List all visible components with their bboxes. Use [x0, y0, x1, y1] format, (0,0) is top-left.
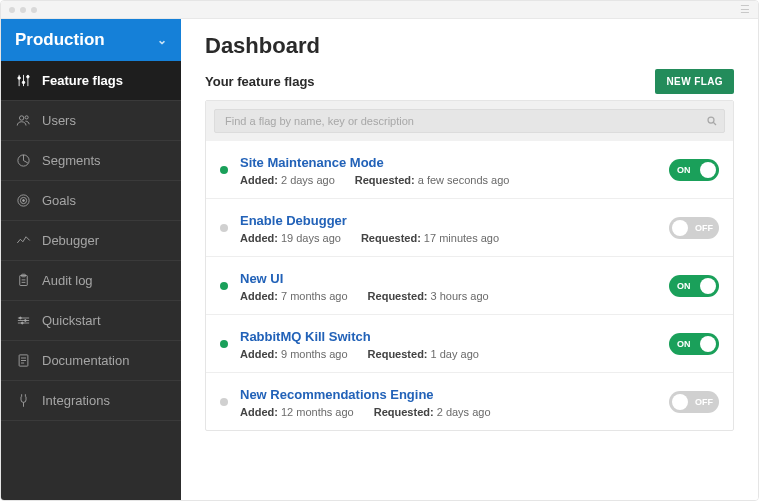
sidebar-item-label: Integrations [42, 393, 110, 408]
sidebar-item-label: Goals [42, 193, 76, 208]
added-label: Added: [240, 290, 278, 302]
flag-toggle[interactable]: ON [669, 275, 719, 297]
svg-point-4 [22, 81, 25, 84]
window-controls[interactable] [9, 7, 37, 13]
flag-row: Enable DebuggerAdded: 19 days agoRequest… [206, 198, 733, 256]
flag-list: Site Maintenance ModeAdded: 2 days agoRe… [206, 141, 733, 430]
route-icon [15, 313, 31, 329]
sidebar-item-label: Documentation [42, 353, 129, 368]
users-icon [15, 113, 31, 129]
chevron-down-icon: ⌄ [157, 33, 167, 47]
pie-icon [15, 153, 31, 169]
search-row [206, 101, 733, 141]
flag-meta: Added: 7 months agoRequested: 3 hours ag… [240, 290, 657, 302]
toggle-knob [700, 162, 716, 178]
toggle-label: ON [677, 339, 691, 349]
svg-point-19 [19, 317, 21, 319]
requested-value: 2 days ago [437, 406, 491, 418]
flag-meta: Added: 19 days agoRequested: 17 minutes … [240, 232, 657, 244]
added-label: Added: [240, 406, 278, 418]
sidebar-item-label: Segments [42, 153, 101, 168]
sidebar-item-feature-flags[interactable]: Feature flags [1, 61, 181, 101]
sub-header: Your feature flags NEW FLAG [181, 69, 758, 100]
sidebar-item-audit-log[interactable]: Audit log [1, 261, 181, 301]
flag-toggle[interactable]: OFF [669, 217, 719, 239]
plug-icon [15, 393, 31, 409]
added-value: 7 months ago [281, 290, 348, 302]
requested-label: Requested: [361, 232, 421, 244]
sidebar-item-debugger[interactable]: Debugger [1, 221, 181, 261]
sidebar-item-quickstart[interactable]: Quickstart [1, 301, 181, 341]
added-value: 2 days ago [281, 174, 335, 186]
page-title: Dashboard [181, 19, 758, 69]
requested-value: 3 hours ago [431, 290, 489, 302]
sidebar-item-goals[interactable]: Goals [1, 181, 181, 221]
flag-row: RabbitMQ Kill SwitchAdded: 9 months agoR… [206, 314, 733, 372]
flag-toggle[interactable]: ON [669, 333, 719, 355]
svg-point-20 [24, 320, 26, 322]
sidebar: Production ⌄ Feature flagsUsersSegmentsG… [1, 19, 181, 500]
status-dot [220, 398, 228, 406]
sliders-icon [15, 73, 31, 89]
flag-meta: Added: 2 days agoRequested: a few second… [240, 174, 657, 186]
flag-toggle[interactable]: ON [669, 159, 719, 181]
added-label: Added: [240, 174, 278, 186]
toggle-knob [700, 278, 716, 294]
flag-name-link[interactable]: Site Maintenance Mode [240, 155, 384, 170]
flag-info: New Recommendations EngineAdded: 12 mont… [240, 385, 657, 418]
flag-name-link[interactable]: New Recommendations Engine [240, 387, 434, 402]
sidebar-item-documentation[interactable]: Documentation [1, 341, 181, 381]
flag-name-link[interactable]: Enable Debugger [240, 213, 347, 228]
requested-label: Requested: [355, 174, 415, 186]
flag-name-link[interactable]: RabbitMQ Kill Switch [240, 329, 371, 344]
toggle-knob [700, 336, 716, 352]
hamburger-icon[interactable]: ☰ [740, 3, 750, 16]
sidebar-item-integrations[interactable]: Integrations [1, 381, 181, 421]
requested-value: 17 minutes ago [424, 232, 499, 244]
new-flag-button[interactable]: NEW FLAG [655, 69, 734, 94]
flag-info: RabbitMQ Kill SwitchAdded: 9 months agoR… [240, 327, 657, 360]
spark-icon [15, 233, 31, 249]
requested-label: Requested: [368, 290, 428, 302]
svg-line-30 [713, 122, 716, 125]
flag-meta: Added: 12 months agoRequested: 2 days ag… [240, 406, 657, 418]
window-titlebar: ☰ [1, 1, 758, 19]
sidebar-item-label: Debugger [42, 233, 99, 248]
sidebar-item-segments[interactable]: Segments [1, 141, 181, 181]
svg-point-21 [21, 322, 23, 324]
sub-heading: Your feature flags [205, 74, 315, 89]
flag-name-link[interactable]: New UI [240, 271, 283, 286]
requested-value: 1 day ago [431, 348, 479, 360]
doc-icon [15, 353, 31, 369]
status-dot [220, 166, 228, 174]
status-dot [220, 224, 228, 232]
search-box [214, 109, 725, 133]
flag-row: New Recommendations EngineAdded: 12 mont… [206, 372, 733, 430]
app-window: ☰ Production ⌄ Feature flagsUsersSegment… [0, 0, 759, 501]
flag-meta: Added: 9 months agoRequested: 1 day ago [240, 348, 657, 360]
flag-row: New UIAdded: 7 months agoRequested: 3 ho… [206, 256, 733, 314]
flag-info: Enable DebuggerAdded: 19 days agoRequest… [240, 211, 657, 244]
toggle-knob [672, 220, 688, 236]
added-value: 9 months ago [281, 348, 348, 360]
search-input[interactable] [215, 110, 700, 132]
environment-selector[interactable]: Production ⌄ [1, 19, 181, 61]
clipboard-icon [15, 273, 31, 289]
sidebar-item-label: Quickstart [42, 313, 101, 328]
status-dot [220, 340, 228, 348]
added-label: Added: [240, 348, 278, 360]
svg-point-6 [19, 116, 23, 120]
toggle-label: ON [677, 281, 691, 291]
toggle-knob [672, 394, 688, 410]
sidebar-item-label: Feature flags [42, 73, 123, 88]
sidebar-item-users[interactable]: Users [1, 101, 181, 141]
search-icon[interactable] [700, 115, 724, 127]
sidebar-item-label: Audit log [42, 273, 93, 288]
flag-row: Site Maintenance ModeAdded: 2 days agoRe… [206, 141, 733, 198]
requested-label: Requested: [374, 406, 434, 418]
flag-toggle[interactable]: OFF [669, 391, 719, 413]
added-value: 19 days ago [281, 232, 341, 244]
added-value: 12 months ago [281, 406, 354, 418]
toggle-label: OFF [695, 397, 713, 407]
svg-point-3 [17, 77, 20, 80]
